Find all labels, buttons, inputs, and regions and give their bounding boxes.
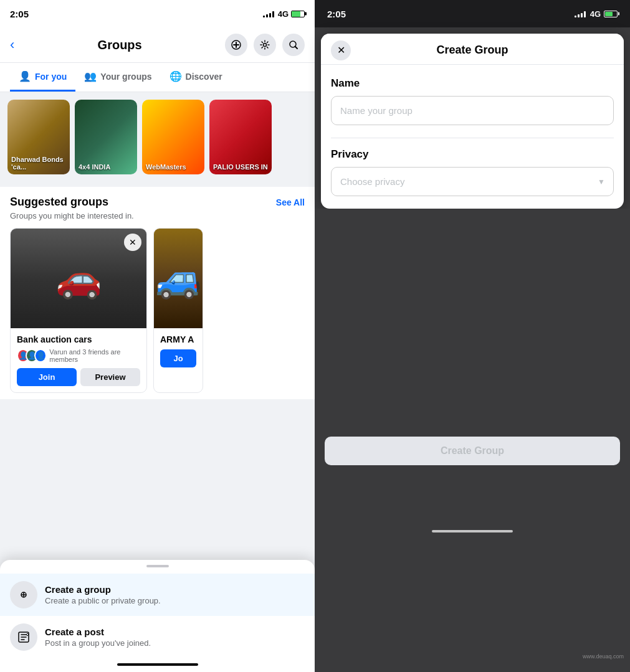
- member-avatars-1: 👤 👤 👤 Varun and 3 friends are members: [17, 348, 140, 363]
- page-title-left: Groups: [98, 38, 142, 52]
- sheet-handle: [146, 565, 169, 567]
- group-preview-card-2: ARMY A Jo: [153, 228, 203, 393]
- group-card-image-2: [154, 229, 203, 328]
- create-post-subtitle: Post in a group you've joined.: [45, 638, 151, 648]
- create-group-header: ✕ Create Group: [321, 34, 624, 65]
- status-bar-left: 2:05 4G: [0, 0, 315, 27]
- create-group-title: Create a group: [45, 584, 161, 595]
- join-button-2[interactable]: Jo: [160, 349, 196, 367]
- status-icons-left: 4G: [263, 9, 305, 19]
- group-card-label-4: PALIO USERS IN: [213, 163, 268, 171]
- close-modal-button[interactable]: ✕: [331, 40, 351, 60]
- battery-fill-right: [605, 12, 613, 16]
- group-card-dharwad[interactable]: Dharwad Bonds 'ca...: [7, 100, 70, 174]
- group-card-4x4[interactable]: 4x4 INDIA: [75, 100, 137, 174]
- create-group-icon: [10, 581, 37, 608]
- group-card-webmasters[interactable]: WebMasters: [142, 100, 204, 174]
- privacy-field-label: Privacy: [331, 148, 614, 161]
- battery-icon-right: [604, 11, 618, 17]
- nav-tabs: 👤 For you 👥 Your groups 🌐 Discover: [0, 63, 315, 92]
- your-groups-icon: 👥: [84, 70, 97, 82]
- group-preview-row: ✕ Bank auction cars 👤 👤 👤 Varun and 3 fr…: [10, 228, 305, 393]
- right-panel: 2:05 4G ✕ Create Group Name: [315, 0, 630, 672]
- preview-button-1[interactable]: Preview: [80, 368, 140, 386]
- signal-bars-right: [575, 10, 586, 17]
- settings-icon[interactable]: [254, 34, 276, 56]
- signal-bar-w3: [581, 13, 583, 17]
- member-text-1: Varun and 3 friends are members: [49, 348, 140, 363]
- create-post-content: Create a post Post in a group you've joi…: [45, 627, 151, 648]
- modal-body: Name Privacy Choose privacy Public Priva…: [321, 65, 624, 209]
- tab-for-you[interactable]: 👤 For you: [10, 63, 75, 92]
- signal-bar-3: [269, 13, 271, 17]
- search-icon[interactable]: [282, 34, 305, 56]
- group-card-label-3: WebMasters: [146, 163, 186, 171]
- privacy-select-wrapper: Choose privacy Public Private: [331, 167, 614, 196]
- status-bar-right: 2:05 4G: [315, 0, 630, 27]
- group-name-input[interactable]: [331, 96, 614, 125]
- status-time-right: 2:05: [327, 9, 346, 19]
- create-group-subtitle: Create a public or private group.: [45, 596, 161, 605]
- group-card-label-1: Dharwad Bonds 'ca...: [11, 156, 70, 171]
- privacy-select[interactable]: Choose privacy Public Private: [331, 167, 614, 196]
- battery-icon-left: [291, 11, 305, 17]
- svg-line-5: [295, 47, 297, 49]
- avatar-3: 👤: [34, 349, 47, 362]
- suggested-header: Suggested groups See All: [10, 196, 305, 209]
- header-left: ‹ Groups: [0, 27, 315, 63]
- card-buttons-1: Join Preview: [17, 368, 140, 386]
- sheet-item-create-post[interactable]: Create a post Post in a group you've joi…: [0, 616, 315, 658]
- tab-for-you-label: For you: [35, 72, 67, 82]
- suggested-subtitle: Groups you might be interested in.: [10, 211, 305, 220]
- name-field-label: Name: [331, 77, 614, 90]
- left-panel: 2:05 4G ‹ Groups: [0, 0, 315, 672]
- create-group-submit-button[interactable]: Create Group: [325, 437, 620, 465]
- header-icons: [225, 34, 305, 56]
- section-divider: [331, 138, 614, 138]
- group-preview-card-1: ✕ Bank auction cars 👤 👤 👤 Varun and 3 fr…: [10, 228, 147, 393]
- signal-bar-w4: [584, 11, 586, 17]
- create-post-title: Create a post: [45, 627, 151, 637]
- modal-card: ✕ Create Group Name Privacy Choose priva…: [321, 34, 624, 209]
- discover-icon: 🌐: [169, 70, 182, 82]
- suggested-section: Suggested groups See All Groups you migh…: [0, 187, 315, 399]
- group-cards-row: Dharwad Bonds 'ca... 4x4 INDIA WebMaster…: [0, 92, 315, 182]
- tab-your-groups[interactable]: 👥 Your groups: [75, 63, 160, 92]
- network-label-right: 4G: [590, 9, 601, 19]
- signal-bar-w1: [575, 16, 576, 17]
- status-icons-right: 4G: [575, 9, 618, 19]
- tab-discover-label: Discover: [186, 72, 222, 82]
- group-card-palio[interactable]: PALIO USERS IN: [209, 100, 272, 174]
- group-info-1: Bank auction cars 👤 👤 👤 Varun and 3 frie…: [11, 328, 146, 392]
- signal-bar-4: [272, 11, 274, 17]
- create-group-content: Create a group Create a public or privat…: [45, 584, 161, 605]
- add-icon[interactable]: [225, 34, 247, 56]
- create-group-modal-title: Create Group: [436, 44, 508, 57]
- status-time-left: 2:05: [10, 9, 29, 19]
- bottom-sheet: Create a group Create a public or privat…: [0, 560, 315, 672]
- back-button[interactable]: ‹: [10, 37, 14, 53]
- tab-your-groups-label: Your groups: [100, 72, 151, 82]
- close-modal-icon: ✕: [337, 44, 345, 56]
- overlay-area: Create Group: [315, 209, 630, 539]
- signal-bar-2: [266, 14, 268, 17]
- tab-discover[interactable]: 🌐 Discover: [161, 63, 231, 92]
- home-indicator-left: [117, 663, 198, 666]
- sheet-item-create-group[interactable]: Create a group Create a public or privat…: [0, 574, 315, 616]
- home-indicator-right: [432, 530, 513, 532]
- network-label-left: 4G: [278, 9, 289, 19]
- close-card-1-button[interactable]: ✕: [124, 234, 141, 251]
- battery-fill-left: [292, 11, 300, 17]
- svg-point-3: [263, 44, 266, 47]
- suggested-title: Suggested groups: [10, 196, 108, 209]
- for-you-icon: 👤: [19, 70, 31, 82]
- group-name-2: ARMY A: [160, 334, 196, 344]
- watermark: www.deuaq.com: [583, 653, 624, 660]
- see-all-link[interactable]: See All: [276, 197, 305, 207]
- signal-bars-left: [263, 10, 274, 17]
- join-button-1[interactable]: Join: [17, 368, 77, 386]
- card-buttons-2: Jo: [160, 349, 196, 367]
- group-card-label-2: 4x4 INDIA: [79, 163, 110, 171]
- signal-bar-1: [263, 16, 265, 17]
- group-name-1: Bank auction cars: [17, 334, 140, 344]
